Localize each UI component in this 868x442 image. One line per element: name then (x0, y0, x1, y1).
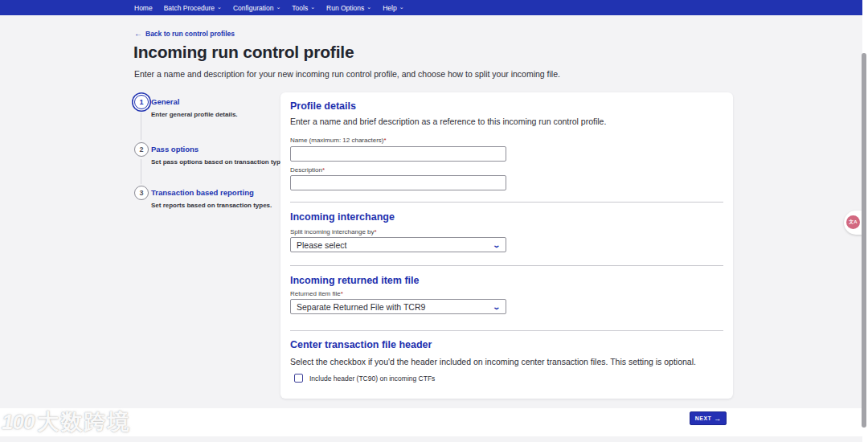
selected-value: Please select (297, 240, 346, 250)
chevron-down-icon: ⌄ (366, 4, 371, 10)
nav-item-configuration[interactable]: Configuration ⌄ (233, 4, 280, 12)
nav-item-label: Batch Procedure (164, 4, 215, 12)
include-header-checkbox-label: Include header (TC90) on incoming CTFs (309, 374, 435, 383)
footer-action-bar: NEXT → (0, 408, 862, 436)
step-description: Set pass options based on transaction ty… (151, 158, 289, 166)
step-number-badge: 3 (134, 186, 149, 200)
name-field-label: Name (maximum: 12 characters)* (290, 137, 387, 144)
ctf-header-description: Select the checkbox if you'd the header … (290, 357, 696, 366)
selected-value: Separate Returned File with TCR9 (297, 302, 425, 312)
incoming-returned-heading: Incoming returned item file (290, 275, 419, 286)
include-header-checkbox-row[interactable]: Include header (TC90) on incoming CTFs (294, 374, 435, 383)
chevron-down-icon: ⌄ (399, 4, 404, 10)
arrow-left-icon: ← (134, 29, 142, 38)
nav-item-help[interactable]: Help ⌄ (383, 4, 403, 12)
stepper-connector (141, 159, 141, 184)
label-text: Name (maximum: 12 characters) (290, 137, 383, 144)
required-marker: * (375, 228, 377, 235)
translate-widget-tab[interactable]: 文A (844, 211, 862, 235)
include-header-checkbox[interactable] (294, 374, 303, 383)
top-navigation-bar: Home Batch Procedure ⌄ Configuration ⌄ T… (0, 0, 862, 15)
section-divider (290, 265, 723, 266)
nav-item-label: Home (134, 4, 153, 12)
profile-details-description: Enter a name and brief description as a … (290, 117, 606, 126)
step-label: General (151, 97, 179, 106)
nav-item-tools[interactable]: Tools ⌄ (292, 4, 315, 12)
split-interchange-label: Split incoming interchange by* (290, 228, 377, 235)
name-input[interactable] (290, 146, 506, 162)
chevron-down-icon: ⌄ (493, 303, 502, 311)
returned-item-file-label: Returned item file* (290, 290, 343, 297)
required-marker: * (322, 166, 325, 174)
nav-item-label: Tools (292, 4, 308, 12)
chevron-down-icon: ⌄ (493, 241, 502, 249)
nav-item-run-options[interactable]: Run Options ⌄ (326, 4, 371, 12)
next-button-label: NEXT (695, 415, 712, 421)
next-button[interactable]: NEXT → (690, 411, 727, 425)
profile-details-heading: Profile details (290, 100, 356, 112)
translate-icon[interactable]: 文A (846, 215, 860, 229)
progress-stepper: 1 General Enter general profile details.… (134, 95, 271, 215)
stepper-connector (141, 113, 141, 140)
chevron-down-icon: ⌄ (217, 4, 222, 10)
step-description: Enter general profile details. (151, 111, 238, 118)
nav-item-home[interactable]: Home (134, 4, 153, 12)
split-interchange-select[interactable]: Please select ⌄ (290, 237, 506, 252)
returned-item-file-select[interactable]: Separate Returned File with TCR9 ⌄ (290, 299, 506, 314)
step-number-badge: 1 (134, 95, 149, 109)
page-subtitle: Enter a name and description for your ne… (134, 69, 560, 79)
back-link-label: Back to run control profiles (145, 30, 235, 38)
section-divider (290, 330, 723, 331)
incoming-interchange-heading: Incoming interchange (290, 211, 395, 223)
form-card: Profile details Enter a name and brief d… (280, 92, 733, 399)
label-text: Returned item file (290, 290, 341, 297)
page-title: Incoming run control profile (133, 43, 354, 62)
section-divider (290, 202, 723, 203)
label-text: Split incoming interchange by (290, 228, 375, 235)
chevron-down-icon: ⌄ (310, 4, 315, 10)
nav-item-label: Run Options (326, 4, 364, 12)
arrow-right-icon: → (714, 415, 721, 423)
required-marker: * (341, 290, 343, 297)
scrollbar-thumb[interactable] (862, 53, 866, 428)
nav-item-batch-procedure[interactable]: Batch Procedure ⌄ (164, 4, 222, 12)
description-field-label: Description* (290, 166, 325, 174)
nav-item-label: Help (383, 4, 396, 12)
step-description: Set reports based on transaction types. (151, 202, 272, 209)
ctf-header-heading: Center transaction file header (290, 339, 432, 350)
label-text: Description (290, 166, 322, 174)
description-input[interactable] (290, 175, 506, 190)
back-to-profiles-link[interactable]: ← Back to run control profiles (134, 29, 235, 38)
chevron-down-icon: ⌄ (276, 4, 280, 10)
required-marker: * (383, 137, 386, 144)
step-number-badge: 2 (134, 142, 149, 157)
nav-item-label: Configuration (233, 4, 274, 12)
step-label: Pass options (151, 145, 199, 153)
step-label: Transaction based reporting (151, 188, 254, 197)
